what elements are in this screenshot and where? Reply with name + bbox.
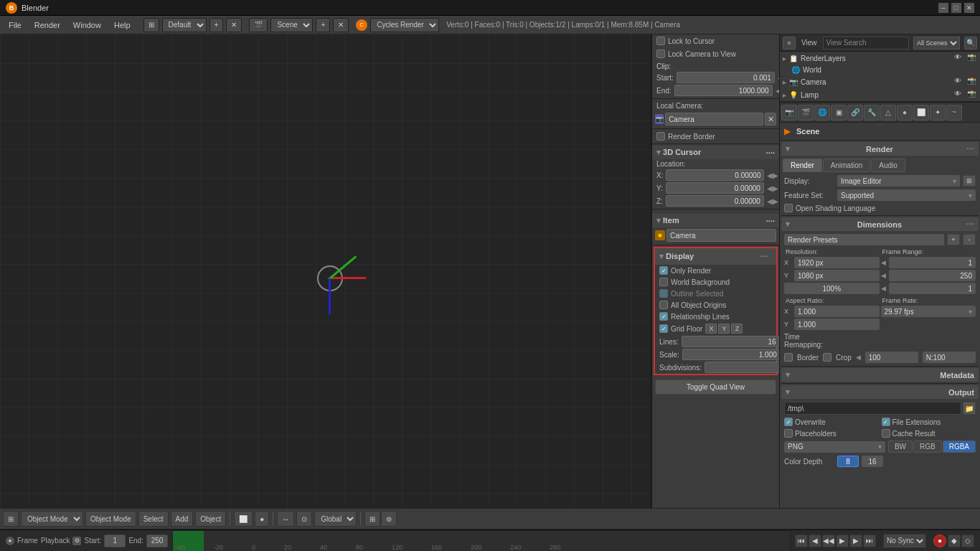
end-frame-input[interactable] — [146, 534, 168, 547]
props-render-icon[interactable]: 📷 — [781, 105, 797, 121]
props-scene-icon[interactable]: 🎬 — [798, 105, 814, 121]
cursor-x-input[interactable] — [666, 169, 764, 181]
render-tab-audio[interactable]: Audio — [871, 159, 905, 172]
scene-add-btn[interactable]: + — [316, 18, 330, 32]
bw-tab[interactable]: BW — [888, 441, 913, 453]
orientation-select[interactable]: Global — [314, 511, 357, 527]
props-constraints-icon[interactable]: 🔗 — [847, 105, 863, 121]
props-texture-icon[interactable]: ⬜ — [913, 105, 929, 121]
new-field[interactable]: N:100 — [923, 352, 976, 363]
outline-selected-checkbox[interactable] — [659, 289, 668, 298]
cache-result-checkbox[interactable] — [882, 429, 890, 438]
aspect-y-value[interactable]: 1.000 — [794, 319, 880, 330]
lamp-render[interactable]: 📸 — [967, 90, 977, 100]
aspect-x-value[interactable]: 1.000 — [794, 306, 880, 317]
grid-floor-checkbox[interactable] — [659, 324, 668, 333]
scene-x-btn[interactable]: ✕ — [333, 18, 349, 32]
old-field[interactable]: 100 — [865, 352, 918, 363]
viewport-mode-select[interactable]: Object Mode — [21, 511, 83, 527]
object-btn[interactable]: Object — [195, 511, 226, 527]
cursor-3d-header[interactable]: ▾ 3D Cursor ···· — [652, 146, 779, 159]
viewport-shading-btn[interactable]: ● — [255, 511, 269, 527]
only-render-checkbox[interactable] — [659, 266, 668, 275]
dimensions-header[interactable]: ▾ Dimensions ···· — [781, 217, 979, 231]
output-path-input[interactable] — [784, 402, 961, 415]
props-data-icon[interactable]: △ — [880, 105, 896, 121]
display-field-value[interactable]: Image Editor ▾ — [837, 175, 960, 187]
grid-x-button[interactable]: X — [705, 324, 717, 334]
all-object-origins-checkbox[interactable] — [659, 301, 668, 309]
border-checkbox[interactable] — [784, 353, 793, 362]
maximize-button[interactable]: □ — [951, 3, 961, 13]
key-btn-2[interactable]: ◇ — [961, 534, 974, 547]
timeline[interactable]: -40-2002040 80120160200240280 — [172, 530, 791, 552]
percent-value[interactable]: 100% — [784, 283, 880, 294]
props-particles-icon[interactable]: ✦ — [930, 105, 946, 121]
relationship-lines-checkbox[interactable] — [659, 312, 668, 321]
scene-icon-btn[interactable]: 🎬 — [249, 18, 268, 32]
layout-x-btn[interactable]: ✕ — [226, 18, 242, 32]
scenes-select[interactable]: All Scenes — [913, 37, 960, 50]
res-x-value[interactable]: 1920 px — [794, 257, 880, 268]
start-frame-value[interactable]: 1 — [889, 257, 976, 268]
render-presets-value[interactable]: Render Presets — [784, 234, 944, 245]
tree-item-renderlayers[interactable]: ▸ 📋 RenderLayers 👁 📸 — [780, 52, 980, 65]
select-btn[interactable]: Select — [138, 511, 169, 527]
tree-item-world[interactable]: 🌐 World — [780, 65, 980, 75]
lamp-eye[interactable]: 👁 — [954, 90, 964, 100]
props-material-icon[interactable]: ● — [897, 105, 913, 121]
end-frame-value[interactable]: 250 — [889, 270, 976, 281]
minimize-button[interactable]: ─ — [938, 3, 948, 13]
grid-z-button[interactable]: Z — [731, 324, 743, 334]
render-section-header[interactable]: ▾ Render ···· — [781, 142, 979, 156]
item-camera-input[interactable] — [666, 229, 776, 242]
rgb-tab[interactable]: RGB — [913, 441, 942, 453]
key-btn-1[interactable]: ◆ — [948, 534, 961, 547]
play-btn[interactable]: ▶ — [836, 534, 849, 547]
search-icon-btn[interactable]: 🔍 — [964, 37, 977, 50]
scale-input[interactable] — [682, 349, 779, 360]
prev-frame-btn[interactable]: ◀ — [809, 534, 821, 547]
cursor-y-input[interactable] — [666, 182, 764, 194]
menu-help[interactable]: Help — [108, 19, 136, 31]
subdivisions-input[interactable] — [705, 362, 779, 373]
display-expand-btn[interactable]: ⊞ — [963, 175, 976, 187]
camera-eye[interactable]: 👁 — [954, 77, 964, 87]
presets-add-btn[interactable]: + — [947, 234, 960, 245]
tree-item-lamp[interactable]: ▸ 💡 Lamp 👁 📸 — [780, 88, 980, 101]
output-header[interactable]: ▾ Output — [781, 385, 979, 399]
props-object-icon[interactable]: ▣ — [831, 105, 847, 121]
camera-clear-button[interactable]: ✕ — [765, 113, 776, 126]
clip-start-input[interactable] — [677, 72, 775, 83]
metadata-header[interactable]: ▾ Metadata — [781, 368, 979, 382]
cursor-z-input[interactable] — [666, 195, 764, 207]
lock-cursor-checkbox[interactable] — [656, 37, 665, 45]
framerate-value[interactable]: 29.97 fps ▾ — [881, 306, 976, 317]
placeholders-checkbox[interactable] — [784, 429, 793, 438]
display-header[interactable]: ▾ Display ···· — [655, 248, 776, 265]
file-extensions-checkbox[interactable] — [882, 418, 890, 426]
add-btn[interactable]: Add — [171, 511, 194, 527]
jump-start-btn[interactable]: ⏮ — [795, 534, 808, 547]
tree-item-camera[interactable]: ▸ 📷 Camera 👁 📸 — [780, 75, 980, 88]
render-tab-animation[interactable]: Animation — [823, 159, 870, 172]
play-rev-btn[interactable]: ◀◀ — [822, 534, 835, 547]
viewport-icon-btn[interactable]: ⊞ — [3, 511, 19, 527]
output-path-browse[interactable]: 📁 — [963, 402, 976, 415]
depth-8-btn[interactable]: 8 — [837, 456, 859, 467]
layout-add-btn[interactable]: + — [209, 18, 224, 32]
grid-y-button[interactable]: Y — [718, 324, 730, 334]
engine-select[interactable]: Cycles Render — [370, 18, 439, 32]
menu-window[interactable]: Window — [67, 19, 107, 31]
snap-btn[interactable]: ⊞ — [364, 511, 380, 527]
rgba-tab[interactable]: RGBA — [943, 441, 976, 453]
render-border-checkbox[interactable] — [656, 132, 665, 141]
view-btn[interactable]: Object Mode — [85, 511, 136, 527]
res-y-value[interactable]: 1080 px — [794, 270, 880, 281]
world-background-checkbox[interactable] — [659, 278, 668, 286]
start-frame-input[interactable] — [104, 534, 126, 547]
playback-settings-btn[interactable]: ⚙ — [72, 537, 81, 545]
layout-select[interactable]: Default — [162, 18, 207, 32]
close-button[interactable]: ✕ — [964, 3, 974, 13]
pivot-btn[interactable]: ⊙ — [296, 511, 312, 527]
